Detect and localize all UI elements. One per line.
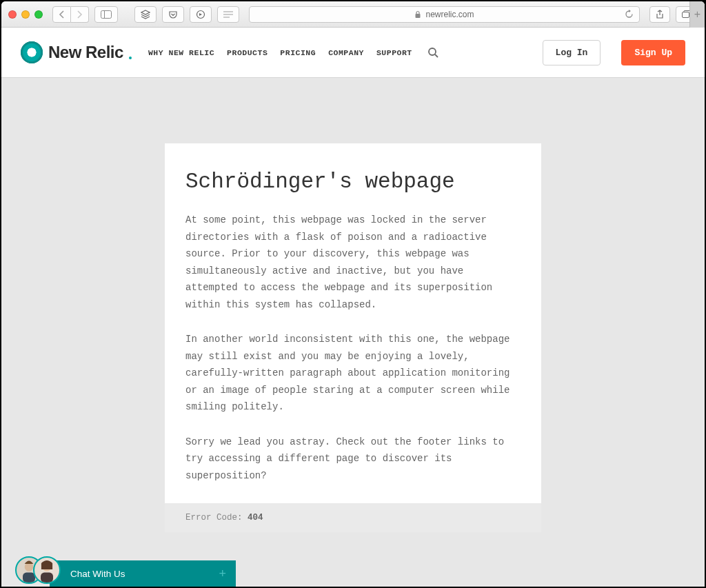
reader-mode-button[interactable] <box>217 6 239 23</box>
svg-line-9 <box>435 54 438 57</box>
error-footer: Error Code: 404 <box>165 503 541 532</box>
site-header: New Relic WHY NEW RELIC PRODUCTS PRICING… <box>1 28 705 78</box>
forward-button[interactable] <box>71 6 89 23</box>
nav-company[interactable]: COMPANY <box>328 48 364 57</box>
chat-bar[interactable]: Chat With Us + <box>50 560 236 587</box>
brand-logo-icon <box>21 41 43 63</box>
address-bar[interactable]: newrelic.com <box>249 6 640 23</box>
lock-icon <box>414 10 421 19</box>
error-paragraph-3: Sorry we lead you astray. Check out the … <box>185 434 521 485</box>
url-host: newrelic.com <box>425 10 474 19</box>
chat-expand-icon: + <box>219 567 226 581</box>
window-controls <box>8 10 43 19</box>
nav-why[interactable]: WHY NEW RELIC <box>148 48 214 57</box>
error-paragraph-1: At some point, this webpage was locked i… <box>185 212 521 313</box>
svg-point-8 <box>429 48 436 55</box>
error-card-body: Schrödinger's webpage At some point, thi… <box>165 143 541 503</box>
brand-name: New Relic <box>48 43 123 62</box>
nav-products[interactable]: PRODUCTS <box>227 48 268 57</box>
chat-avatars <box>15 556 61 584</box>
brand-logo[interactable]: New Relic <box>21 41 132 63</box>
browser-window: newrelic.com + New Relic WHY NEW RELIC P… <box>1 1 705 587</box>
svg-rect-7 <box>683 12 689 17</box>
login-button[interactable]: Log In <box>543 40 601 65</box>
svg-rect-13 <box>41 573 53 582</box>
minimize-window-icon[interactable] <box>21 10 30 19</box>
svg-point-10 <box>25 562 34 571</box>
browser-toolbar: newrelic.com + <box>1 1 705 28</box>
error-code-label: Error Code: <box>185 513 248 523</box>
share-button[interactable] <box>649 6 670 23</box>
error-title: Schrödinger's webpage <box>185 170 521 194</box>
maximize-window-icon[interactable] <box>34 10 43 19</box>
close-window-icon[interactable] <box>8 10 17 19</box>
search-icon[interactable] <box>427 47 438 58</box>
error-code-value: 404 <box>248 513 263 523</box>
sidebar-toggle-button[interactable] <box>94 6 118 23</box>
nav-back-forward-group <box>52 6 89 23</box>
nav-pricing[interactable]: PRICING <box>280 48 316 57</box>
error-paragraph-2: In another world inconsistent with this … <box>185 331 521 416</box>
svg-rect-6 <box>416 14 421 18</box>
extension-buffer-icon[interactable] <box>134 6 157 23</box>
nav-support[interactable]: SUPPORT <box>376 48 412 57</box>
avatar <box>33 556 61 584</box>
svg-rect-0 <box>101 10 112 18</box>
reload-button[interactable] <box>625 10 634 19</box>
page-content: New Relic WHY NEW RELIC PRODUCTS PRICING… <box>1 28 705 587</box>
signup-button[interactable]: Sign Up <box>621 40 685 65</box>
brand-dot-icon <box>129 57 132 59</box>
extension-pocket-icon[interactable] <box>162 6 184 23</box>
chat-widget: Chat With Us + <box>15 556 236 587</box>
back-button[interactable] <box>52 6 71 23</box>
chat-label: Chat With Us <box>70 569 125 579</box>
new-tab-button[interactable]: + <box>689 1 705 28</box>
error-card: Schrödinger's webpage At some point, thi… <box>165 143 541 532</box>
extension-adblock-icon[interactable] <box>190 6 212 23</box>
primary-nav: WHY NEW RELIC PRODUCTS PRICING COMPANY S… <box>148 48 412 57</box>
